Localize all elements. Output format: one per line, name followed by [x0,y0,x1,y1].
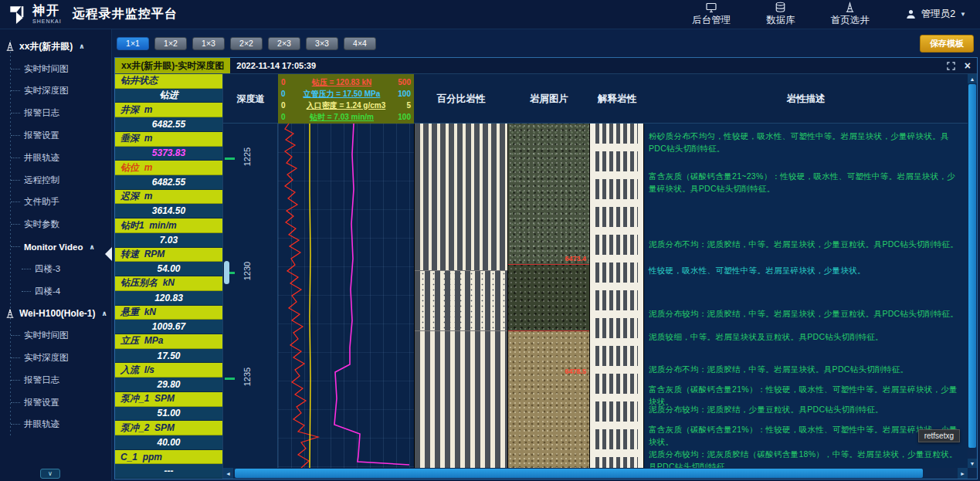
nav-well-select[interactable]: 首页选井 [831,2,870,27]
curve-legend-row[interactable]: 0 钻压 = 120.83 kN 500 [278,76,414,88]
vscroll-track[interactable] [968,83,976,459]
layout-button[interactable]: 1×1 [117,37,149,50]
layout-button[interactable]: 2×3 [268,37,300,50]
description-text: 富含灰质（碳酸钙含量21%）：性较硬，吸水性、可塑性中等。岩屑呈碎块状，少量块状… [649,423,963,449]
logo-text-cn: 神开 [32,5,62,17]
tooltip: retfsetxg [918,429,960,442]
sidebar-scroll-control[interactable]: ∨ [40,469,60,479]
sidebar-item-label: 实时深度图 [24,85,69,97]
sidebar-item-label: 实时深度图 [24,352,69,364]
sidebar-item[interactable]: 报警日志 ∧ [0,369,111,391]
parameter-row: 转速 RPM 54.00 [115,248,222,276]
curve-legend-row[interactable]: 0 入口密度 = 1.24 g/cm3 5 [278,100,414,111]
lithology-pattern [415,330,507,468]
scale-min: 0 [281,113,286,121]
hscroll-track[interactable] [233,468,958,479]
lithology-pattern [595,124,638,468]
nav-database[interactable]: 数据库 [766,2,795,27]
sidebar-item[interactable]: 实时时间图 ∧ [0,324,111,347]
horizontal-scrollbar[interactable]: ◄ ► [223,468,968,479]
layout-button[interactable]: 2×2 [230,37,263,50]
scroll-right-icon[interactable]: ► [958,468,968,479]
layout-button[interactable]: 1×3 [192,37,225,50]
curve-legend-row[interactable]: 0 钻时 = 7.03 min/m 100 [278,111,414,123]
description-text: 泥质分布不均：泥质胶结，中等。岩屑呈块状，少量豆粒状。具PDC钻头切削特征。 [649,238,963,250]
description-text: 富含灰质（碳酸钙含量21~23%）：性较硬，吸水性、可塑性中等。岩屑呈块状，少量… [649,170,963,195]
curve-legend-row[interactable]: 0 立管压力 = 17.50 MPa 100 [278,88,414,100]
sidebar-item[interactable]: 远程控制 ∧ [0,169,111,191]
parameter-label: 钻时1 min/m [115,218,222,233]
parameter-value: --- [115,464,222,479]
column-header: 百分比岩性 [414,74,508,124]
interpreted-lithology-column [590,124,644,468]
hscroll-thumb[interactable] [235,469,923,478]
parameter-row: 垂深 m 5373.83 [115,132,222,161]
layout-button[interactable]: 1×2 [154,37,187,50]
scale-max: 500 [398,78,411,86]
parameter-label: C_1 ppm [115,450,222,465]
parameter-value: 3614.50 [115,204,222,218]
layout-button[interactable]: 3×3 [306,37,338,50]
sidebar-item[interactable]: 文件助手 ∧ [0,191,111,214]
save-template-button[interactable]: 保存模板 [920,35,974,53]
depth-value: 1230 [242,258,252,284]
parameter-panel: 钻井状态 钻进 井深 m 6482.55 垂深 m 5373.83 [115,74,223,479]
sidebar-item-label: xx井(新井眼) [19,40,73,53]
sidebar-item[interactable]: 井眼轨迹 ∧ [0,147,111,169]
sidebar-item[interactable]: xx井(新井眼) ∧ [0,36,111,58]
sidebar-item-label: 报警日志 [24,107,59,119]
nav-backend-admin[interactable]: 后台管理 [692,2,731,27]
parameter-row: C_1 ppm --- [115,450,222,479]
close-icon[interactable]: × [965,60,971,71]
sidebar-item[interactable]: 报警日志 ∧ [0,102,111,124]
layout-button[interactable]: 4×4 [344,37,376,50]
sidebar-item-label: 实时时间图 [24,330,69,341]
sidebar-item[interactable]: 实时深度图 ∧ [0,347,111,369]
parameter-row: 钻井状态 钻进 [115,74,222,103]
chevron-up-icon: ∧ [89,243,94,251]
sidebar-item[interactable]: 井眼轨迹 ∧ [0,414,111,436]
sidebar-item[interactable]: 实时参数 ∧ [0,213,111,235]
sidebar-item[interactable]: 实时深度图 ∧ [0,80,111,103]
tree-connector [11,224,20,225]
sidebar-item[interactable]: 报警设置 ∧ [0,391,111,414]
sidebar-collapse-handle[interactable] [105,247,112,261]
derrick-icon [5,41,15,52]
sidebar-item[interactable]: 四楼-4 ∧ [0,280,111,303]
scale-min: 0 [281,90,286,98]
sidebar-item[interactable]: 四楼-3 ∧ [0,258,111,280]
parameter-row: 泵冲_2 SPM 40.00 [115,421,222,449]
user-menu[interactable]: 管理员2 ▼ [905,8,966,21]
scroll-down-icon[interactable]: ▼ [968,459,977,468]
curve-legend-band: 0 钻压 = 120.83 kN 500 0 立管压力 = 17.50 MPa … [278,74,414,124]
tree-connector [11,113,20,113]
sidebar-item[interactable]: Wei-H100(Hole-1) ∧ [0,303,111,325]
vscroll-thumb[interactable] [968,84,976,448]
well-select-icon [844,2,856,13]
parameter-label: 钻压别名 kN [115,276,222,291]
chevron-down-icon: ▼ [960,11,966,18]
layout-toolbar: 1×1 1×2 1×3 2×2 2×3 3×3 4×4 保存模板 [112,29,980,57]
description-text: 粉砂质分布不均匀，性较硬，吸水性、可塑性中等。岩屑呈块状，少量碎块状。具PDC钻… [649,130,963,155]
parameter-label: 转速 RPM [115,248,222,263]
sidebar-item[interactable]: 报警设置 ∧ [0,124,111,147]
tree-connector [22,291,31,292]
scroll-up-icon[interactable]: ▲ [968,74,977,83]
sidebar-item-label: 报警日志 [24,374,59,386]
scale-max: 5 [406,101,411,110]
app-title: 远程录井监控平台 [73,6,178,22]
cuttings-photo-column: 6473.4 6478.5 [508,124,590,468]
tree-connector [11,380,20,381]
sidebar-item[interactable]: 实时时间图 ∧ [0,58,111,80]
curve-standpipe-pressure [334,124,409,465]
description-text: 泥质分布较均：泥质胶结，中等。岩屑呈块状，少量豆粒状。具PDC钻头切削特征。 [649,307,963,320]
vertical-scrollbar[interactable]: ▲ ▼ [968,74,977,468]
depth-tick [225,378,235,380]
track-resize-handle[interactable] [224,261,229,284]
parameter-label: 泵冲_2 SPM [115,421,222,435]
tree-connector [11,202,20,202]
shenkai-logo-icon [6,5,28,25]
fullscreen-icon[interactable] [947,62,955,70]
sidebar-item[interactable]: Monitor Video ∧ [0,235,111,258]
scroll-left-icon[interactable]: ◄ [223,468,233,479]
